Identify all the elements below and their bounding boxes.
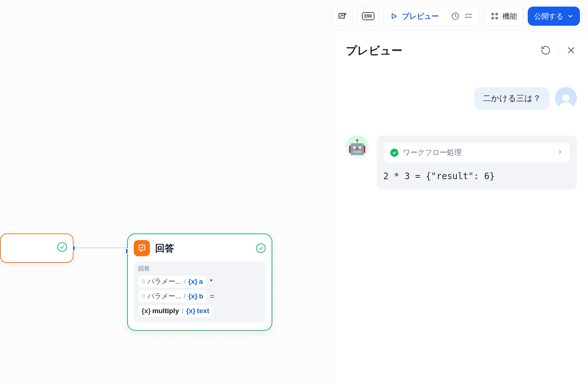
separator <box>445 12 445 21</box>
preview-label[interactable]: プレビュー <box>402 11 439 21</box>
svg-point-1 <box>344 14 345 15</box>
body-label: 回答 <box>138 265 261 273</box>
publish-button[interactable]: 公開する <box>528 7 580 26</box>
variables-button[interactable] <box>332 7 353 26</box>
checklist-icon[interactable] <box>464 12 473 21</box>
svg-point-7 <box>496 17 498 19</box>
svg-point-4 <box>492 13 494 15</box>
chat-area[interactable]: 二かける三は？ 🤖 ワークフロー処理 2 * 3 = {"re <box>335 65 588 384</box>
history-icon[interactable] <box>451 12 460 21</box>
svg-marker-2 <box>392 14 397 18</box>
publish-label: 公開する <box>534 11 563 21</box>
var-row: ⠿ パラメー... / {x} a * <box>138 275 261 288</box>
preview-button-group: プレビュー <box>383 7 480 26</box>
env-icon: ENV <box>362 12 374 20</box>
user-message: 二かける三は？ <box>474 87 550 110</box>
answer-node-icon <box>134 240 150 256</box>
bot-avatar: 🤖 <box>346 135 369 158</box>
grip-icon: ⠿ <box>141 276 145 287</box>
close-button[interactable] <box>565 45 577 57</box>
var-pill[interactable]: {x} multiply / {x} text <box>138 304 213 318</box>
user-message-row: 二かける三は？ <box>346 87 577 110</box>
answer-node[interactable]: 回答 回答 ⠿ パラメー... / {x} a * ⠿ パラメー... / {x… <box>127 233 272 331</box>
node-body: 回答 ⠿ パラメー... / {x} a * ⠿ パラメー... / {x} b… <box>134 261 266 323</box>
top-toolbar: ENV プレビュー 機能 公開する <box>332 7 580 26</box>
svg-point-6 <box>492 17 494 19</box>
env-button[interactable]: ENV <box>358 7 379 26</box>
node-title: 回答 <box>155 242 251 255</box>
node-output-port[interactable] <box>72 245 75 251</box>
success-check-icon <box>57 242 67 252</box>
success-check-icon <box>256 243 266 253</box>
bot-message: ワークフロー処理 2 * 3 = {"result": 6} <box>377 135 577 189</box>
workflow-status-card[interactable]: ワークフロー処理 <box>383 142 570 163</box>
reset-button[interactable] <box>540 45 552 57</box>
user-avatar <box>555 87 577 109</box>
svg-point-10 <box>562 94 570 102</box>
success-status-icon <box>390 149 398 157</box>
features-button[interactable]: 機能 <box>484 7 523 26</box>
var-row: ⠿ パラメー... / {x} b = <box>138 290 261 303</box>
workflow-status-label: ワークフロー処理 <box>403 148 552 157</box>
apps-icon <box>491 12 499 20</box>
var-pill[interactable]: ⠿ パラメー... / {x} b <box>138 290 207 303</box>
play-icon[interactable] <box>390 12 398 20</box>
close-icon <box>567 46 576 56</box>
edge[interactable] <box>74 247 127 248</box>
svg-point-5 <box>496 13 498 15</box>
node-input-port[interactable] <box>125 248 128 254</box>
features-label: 機能 <box>502 11 517 21</box>
bot-response-text: 2 * 3 = {"result": 6} <box>383 171 570 181</box>
separator <box>558 47 559 55</box>
refresh-icon <box>541 45 551 57</box>
upstream-node[interactable] <box>0 233 74 263</box>
panel-title: プレビュー <box>346 43 540 58</box>
var-row: {x} multiply / {x} text <box>138 304 261 318</box>
var-pill[interactable]: ⠿ パラメー... / {x} a <box>138 275 206 288</box>
chevron-right-icon <box>557 149 563 157</box>
preview-panel: プレビュー 二かける三は？ 🤖 <box>334 33 588 384</box>
variables-icon <box>338 11 347 21</box>
chevron-down-icon <box>567 13 574 19</box>
grip-icon: ⠿ <box>141 291 145 302</box>
bot-message-row: 🤖 ワークフロー処理 2 * 3 = {"result": 6} <box>346 135 577 189</box>
